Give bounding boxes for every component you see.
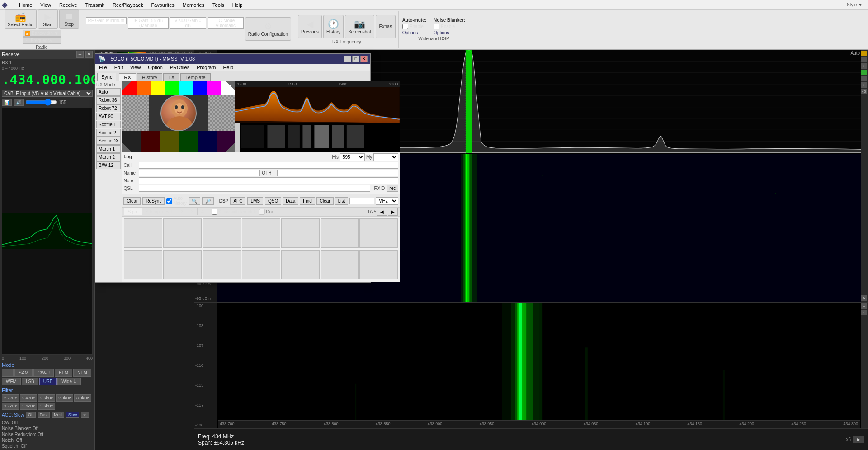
template-cell-9[interactable] [163,250,202,279]
afc-btn[interactable]: AFC [230,197,245,205]
frequency-option[interactable]: 〰Frequency [23,37,61,44]
lms-btn[interactable]: LMS [247,197,263,205]
right-ctrl-6[interactable]: + [861,82,867,88]
templ-tab-spix[interactable]: S.pix [124,208,142,215]
bandwidth-option[interactable]: 📶Bandwidth ▼ [23,30,61,37]
qth-input[interactable] [277,170,398,176]
mode-wfm[interactable]: WFM [2,378,21,385]
zoom-button[interactable]: ▶ [853,436,864,443]
right-ctrl-5[interactable]: ─ [861,76,867,81]
agc-reset[interactable]: ↩ [81,412,89,418]
right-ctrl-3[interactable]: + [861,63,867,69]
auto-mute-options[interactable]: Options [402,30,426,35]
agc-med[interactable]: Med [52,412,64,418]
dialog-menu-file[interactable]: File [95,64,111,71]
agc-slow[interactable]: Slow [66,412,80,418]
my-select[interactable] [373,153,398,161]
template-cell-3[interactable] [203,218,241,248]
mode-cwu[interactable]: CW-U [33,369,54,377]
freq-input[interactable]: 14.230 [349,198,374,204]
noise-blanker-options[interactable]: Options [434,30,465,35]
his-select[interactable]: 595 [340,153,365,161]
zoom-btn[interactable]: 🔎 [202,197,214,205]
menu-memories[interactable]: Memories [179,1,208,9]
screenshot-button[interactable]: 📷 Screenshot [345,15,374,38]
prev-page-btn[interactable]: ◀ [377,208,387,216]
filter-32[interactable]: 3.2kHz [2,403,19,410]
template-cell-1[interactable] [124,218,162,248]
receive-close-btn[interactable]: ✕ [85,51,93,58]
find-btn[interactable]: Find [300,197,315,205]
lo-mode-field[interactable]: LO Mode Automatic [208,17,244,29]
menu-receive[interactable]: Receive [56,1,81,9]
agc-off[interactable]: Off [26,412,36,418]
if-gain-field[interactable]: IF Gain -55 dB (Manual) [128,17,169,29]
template-cell-4[interactable] [242,218,280,248]
clear-log-btn[interactable]: Clear [316,197,334,205]
name-input[interactable] [139,170,260,176]
filter-30[interactable]: 3.0kHz [74,394,91,402]
tab-rx[interactable]: RX [119,73,136,81]
qsl-input[interactable] [139,185,370,192]
search-btn[interactable]: 🔍 [189,197,200,205]
mode-robot72[interactable]: Robot 72 [96,104,121,112]
menu-rec-playback[interactable]: Rec/Playback [109,1,146,9]
template-cell-14[interactable] [359,250,398,279]
draft-check[interactable]: Draft [259,209,276,215]
mode-bfm[interactable]: BFM [55,369,72,377]
mode-nfm[interactable]: NFM [73,369,91,377]
template-cell-12[interactable] [281,250,320,279]
filter-24[interactable]: 2.4kHz [20,394,37,402]
filter-26[interactable]: 2.6kHz [38,394,55,402]
input-device-select[interactable]: CABLE Input (VB-Audio Virtual Cable) [2,90,93,97]
noise-blanker-enable[interactable]: Enable [434,24,465,29]
agc-fast[interactable]: Fast [38,412,50,418]
spectrum-btn[interactable]: 📊 [2,99,12,106]
select-radio-button[interactable]: 📻 Select Radio [5,9,37,29]
menu-favourites[interactable]: Favourites [147,1,178,9]
mode-martin2[interactable]: Martin 2 [96,153,121,161]
filter-36[interactable]: 3.6kHz [38,403,55,410]
auto-mute-enable[interactable]: Enable [402,24,426,29]
templ-tab-1[interactable]: S.templates 1 [142,208,177,215]
receive-collapse-btn[interactable]: ─ [76,51,84,58]
menu-view[interactable]: View [37,1,55,9]
stop-button[interactable]: ⏹ Stop [59,9,79,29]
mode-martin1[interactable]: Martin 1 [96,145,121,153]
dialog-menu-option[interactable]: Option [144,64,166,71]
right-ctrl-4[interactable] [861,70,867,75]
bottom-ctrl-2[interactable]: + [861,310,867,315]
data-btn[interactable]: Data [283,197,298,205]
mode-avt90[interactable]: AVT 90 [96,113,121,120]
start-button[interactable]: ▶ Start [38,9,58,29]
list-btn[interactable]: List [335,197,349,205]
dialog-menu-view[interactable]: View [127,64,145,71]
filter-34[interactable]: 3.4kHz [20,403,37,410]
auto-button[interactable]: A [861,295,867,301]
volume-slider[interactable] [25,99,57,106]
mode-wideu[interactable]: Wide-U [57,378,80,385]
dialog-menu-profiles[interactable]: PROfiles [166,64,193,71]
show-template-check[interactable]: Show with template [212,209,258,215]
rf-gain-field[interactable]: RF Gain Minimum [86,17,127,24]
tab-template[interactable]: Template [180,73,211,81]
clear-btn[interactable]: Clear [123,197,141,205]
dialog-menu-edit[interactable]: Edit [111,64,127,71]
mode-lsb[interactable]: LSB [22,378,38,385]
dialog-menu-help[interactable]: Help [219,64,237,71]
templ-tab-3[interactable]: 3 [187,208,198,215]
mode-usb[interactable]: USB [39,378,57,385]
mode-scottie1[interactable]: Scottie 1 [96,121,121,128]
freq-unit-select[interactable]: MHz [376,197,398,205]
dialog-close-btn[interactable]: ✕ [360,56,368,62]
dialog-maximize-btn[interactable]: □ [352,56,359,62]
dialog-menu-program[interactable]: Program [193,64,219,71]
template-cell-2[interactable] [163,218,202,248]
qso-btn[interactable]: QSO [265,197,281,205]
template-cell-6[interactable] [321,218,359,248]
templ-tab-2[interactable]: 2 [177,208,188,215]
right-ctrl-1[interactable] [861,51,867,56]
menu-transmit[interactable]: Transmit [82,1,108,9]
menu-home[interactable]: Home [15,1,36,9]
template-cell-7[interactable] [359,218,398,248]
